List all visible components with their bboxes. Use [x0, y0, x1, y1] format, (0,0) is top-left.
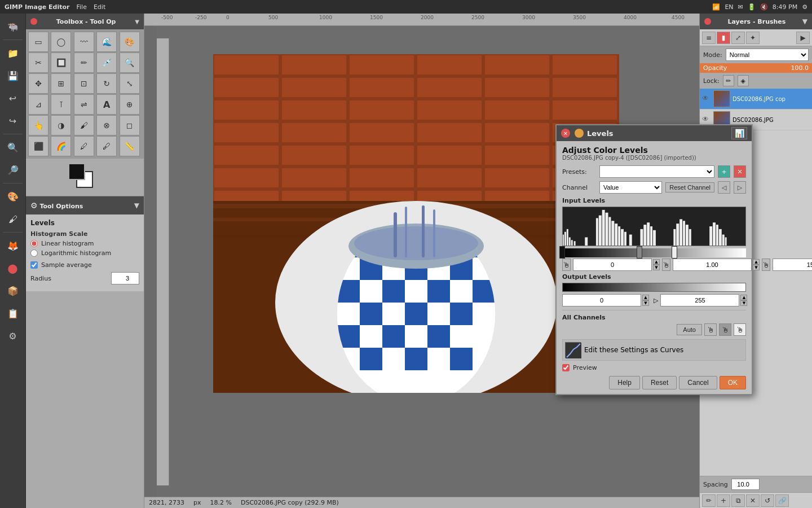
right-panel-close-dot[interactable] — [704, 18, 711, 25]
tool-text[interactable]: A — [96, 94, 117, 115]
output-right-arrow[interactable]: ▷ — [654, 296, 658, 305]
tool-pencil2[interactable]: 🖊 — [74, 136, 94, 156]
redo-icon[interactable]: ↪ — [2, 110, 24, 132]
preview-checkbox-item[interactable]: Preview — [562, 364, 597, 371]
app-icon-1[interactable]: 📦 — [2, 280, 24, 301]
eyedropper-gray[interactable]: 🖱 — [662, 259, 670, 271]
pencil-bottom-btn[interactable]: ✏ — [702, 494, 716, 507]
tool-perspective[interactable]: ⊺ — [51, 94, 71, 115]
tool-ellipse-select[interactable]: ◯ — [51, 32, 71, 52]
tool-by-color[interactable]: 🎨 — [120, 32, 140, 52]
linear-radio[interactable] — [30, 240, 38, 247]
output-max-field[interactable]: 255 — [660, 294, 739, 306]
tool-smudge[interactable]: 👆 — [28, 115, 48, 135]
add-layer-btn[interactable]: + — [717, 494, 730, 507]
reset-btn[interactable]: ↺ — [761, 494, 774, 507]
channel-select[interactable]: Value Red Green Blue Alpha — [599, 181, 662, 194]
opacity-row[interactable]: Opacity 100.0 — [700, 63, 812, 73]
output-max-up[interactable]: ▲ — [740, 295, 747, 300]
tool-rotate[interactable]: ↻ — [96, 73, 117, 94]
channel-pick-left[interactable]: ◁ — [718, 181, 730, 194]
dialog-minimize-btn[interactable] — [575, 129, 584, 138]
input-max-field[interactable]: 155 — [773, 259, 812, 271]
input-gradient-slider[interactable] — [562, 248, 746, 257]
tool-move[interactable]: ✥ — [28, 73, 48, 94]
tool-magnify[interactable]: 🔍 — [120, 52, 140, 73]
edit-curves-row[interactable]: Edit these Settings as Curves — [562, 339, 746, 361]
tool-fuzzy-select[interactable]: 🌊 — [96, 32, 117, 52]
tool-erase[interactable]: ◻ — [120, 115, 140, 135]
zoom-out-icon[interactable]: 🔎 — [2, 159, 24, 181]
input-gamma-arrows[interactable]: ▲ ▼ — [753, 259, 760, 270]
slider-mid-point[interactable] — [637, 246, 642, 259]
auto-btn[interactable]: Auto — [677, 324, 702, 335]
dialog-close-btn[interactable]: ✕ — [561, 129, 570, 138]
brush-icon[interactable]: 🖌 — [2, 208, 24, 230]
output-min-field[interactable]: 0 — [562, 294, 641, 306]
output-min-down[interactable]: ▼ — [642, 300, 649, 306]
panel-menu-btn[interactable]: ▼ — [135, 19, 139, 25]
layers-brushes-btn[interactable]: ✦ — [746, 32, 760, 44]
input-min-up[interactable]: ▲ — [653, 259, 660, 265]
save-icon[interactable]: 💾 — [2, 65, 24, 86]
app-icon-3[interactable]: ⚙ — [2, 325, 24, 347]
channel-pick-right[interactable]: ▷ — [734, 181, 746, 194]
foreground-color-box[interactable] — [68, 163, 85, 180]
tool-rect-select[interactable]: ▭ — [28, 32, 48, 52]
file-open-icon[interactable]: 📁 — [2, 42, 24, 64]
ok-btn[interactable]: OK — [720, 376, 746, 389]
tool-scale[interactable]: ⤡ — [120, 73, 140, 94]
radius-input[interactable]: 3 — [111, 272, 139, 284]
menu-file[interactable]: File — [77, 3, 87, 11]
layer-eye-icon[interactable]: 👁 — [702, 94, 711, 103]
dialog-icon-area[interactable]: 📊 — [731, 127, 747, 139]
lock-pixels-btn[interactable]: ✏ — [723, 75, 734, 86]
zoom-in-icon[interactable]: 🔍 — [2, 137, 24, 158]
layers-red-btn[interactable]: ▮ — [717, 32, 730, 44]
duplicate-layer-btn[interactable]: ⧉ — [731, 494, 745, 507]
all-eyedropper-gray[interactable]: 🖱 — [719, 323, 731, 336]
sample-average-checkbox[interactable] — [30, 261, 38, 269]
linear-radio-item[interactable]: Linear histogram — [30, 240, 139, 247]
slider-white-point[interactable] — [672, 246, 677, 259]
presets-add-btn[interactable]: + — [718, 165, 730, 178]
input-gamma-down[interactable]: ▼ — [753, 265, 760, 270]
layers-paths-btn[interactable]: ⤢ — [731, 32, 745, 44]
app-icon-2[interactable]: 📋 — [2, 303, 24, 324]
tool-heal[interactable]: ⊕ — [120, 94, 140, 115]
tool-align[interactable]: ⊞ — [51, 73, 71, 94]
output-min-up[interactable]: ▲ — [642, 295, 649, 300]
tool-blend[interactable]: 🌈 — [51, 136, 71, 156]
color-boxes[interactable] — [68, 163, 102, 191]
close-dot[interactable] — [30, 18, 37, 25]
all-eyedropper-white[interactable]: 🖱 — [734, 323, 746, 336]
tool-dodge[interactable]: ◑ — [51, 115, 71, 135]
tool-clone[interactable]: ⊗ — [96, 115, 117, 135]
mode-select[interactable]: Normal — [726, 49, 809, 61]
all-eyedropper-black[interactable]: 🖱 — [704, 323, 717, 336]
tool-pencil[interactable]: ✏ — [74, 52, 94, 73]
log-radio-item[interactable]: Logarithmic histogram — [30, 249, 139, 257]
presets-del-btn[interactable]: ✕ — [734, 165, 746, 178]
tool-free-select[interactable]: 〰 — [74, 32, 94, 52]
input-min-field[interactable]: 0 — [573, 259, 652, 271]
layers-right-arrow[interactable]: ▶ — [796, 32, 810, 44]
tool-iscissors[interactable]: ✂ — [28, 52, 48, 73]
tool-crop[interactable]: ⊡ — [74, 73, 94, 94]
lock-alpha-btn[interactable]: ◈ — [738, 75, 749, 86]
input-gamma-up[interactable]: ▲ — [753, 259, 760, 265]
input-min-arrows[interactable]: ▲ ▼ — [653, 259, 660, 270]
reset-btn[interactable]: Reset — [642, 376, 677, 389]
color-picker-icon[interactable]: 🎨 — [2, 186, 24, 207]
output-gradient-slider[interactable] — [562, 283, 746, 292]
layers-channels-btn[interactable]: ≡ — [702, 32, 716, 44]
input-gamma-field[interactable]: 1.00 — [673, 259, 752, 271]
output-max-down[interactable]: ▼ — [740, 300, 747, 306]
layer-item-active[interactable]: 👁 DSC02086.JPG cop — [700, 89, 812, 110]
tool-foreground[interactable]: 🔲 — [51, 52, 71, 73]
menu-edit[interactable]: Edit — [94, 3, 105, 11]
tool-color-pick[interactable]: 💉 — [96, 52, 117, 73]
tool-flip[interactable]: ⇌ — [74, 94, 94, 115]
spacing-input[interactable]: 10.0 — [731, 479, 760, 490]
link-btn[interactable]: 🔗 — [775, 494, 789, 507]
